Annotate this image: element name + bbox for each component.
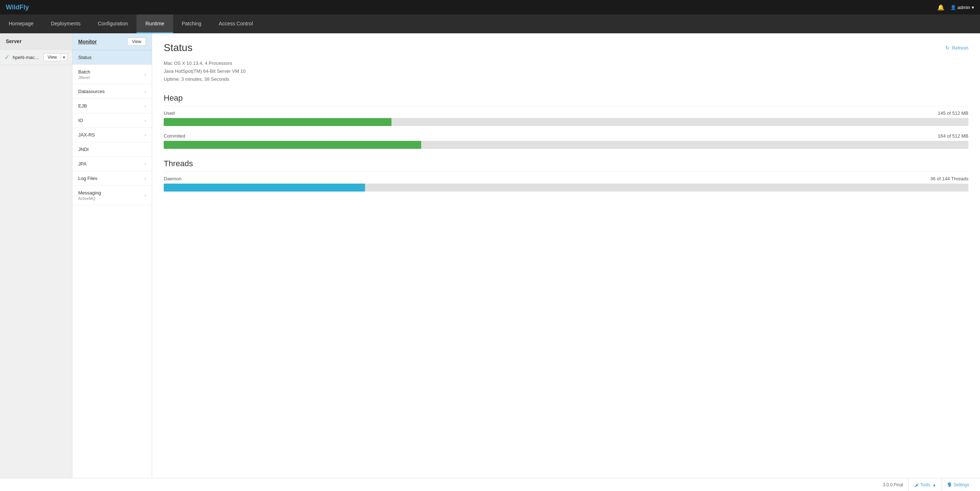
server-status-icon: ✓: [4, 53, 10, 61]
settings-icon: [947, 482, 952, 487]
footer-tools-label: Tools: [920, 482, 931, 487]
middle-item-jndi[interactable]: JNDI: [72, 142, 152, 157]
footer-settings-label: Settings: [954, 482, 969, 487]
heap-title: Heap: [164, 94, 969, 106]
sidebar: Server ✓ hpehl-macb... View ▾: [0, 33, 72, 478]
user-dropdown-arrow: ▾: [972, 5, 974, 10]
logo-wild: Wild: [6, 4, 19, 11]
middle-item-messaging-title: Messaging: [78, 190, 101, 195]
middle-item-messaging[interactable]: Messaging ActiveMQ ›: [72, 186, 152, 205]
middle-item-ejb-content: EJB: [78, 103, 87, 109]
middle-item-datasources-arrow: ›: [145, 89, 146, 94]
nav-deployments[interactable]: Deployments: [42, 14, 89, 33]
heap-committed-value: 164 of 512 MB: [938, 133, 969, 139]
refresh-label: Refresh: [952, 45, 969, 51]
middle-item-messaging-content: Messaging ActiveMQ: [78, 190, 101, 200]
refresh-button[interactable]: ↻ Refresh: [945, 45, 969, 51]
middle-item-datasources-content: Datasources: [78, 89, 105, 94]
middle-item-io-arrow: ›: [145, 118, 146, 123]
monitor-view-button[interactable]: View: [127, 38, 146, 46]
heap-committed-fill: [164, 141, 421, 149]
monitor-title: Monitor: [78, 39, 97, 44]
view-button[interactable]: View: [43, 53, 61, 61]
page-title: Status: [164, 42, 192, 54]
footer-tools[interactable]: Tools ▲: [908, 478, 942, 491]
middle-item-batch-sub: JBeret: [78, 75, 90, 79]
middle-item-ejb-title: EJB: [78, 103, 87, 109]
logo: WildFly: [6, 4, 29, 11]
heap-used-fill: [164, 118, 391, 126]
server-item: ✓ hpehl-macb... View ▾: [0, 49, 72, 65]
middle-item-ejb[interactable]: EJB ›: [72, 99, 152, 113]
middle-item-logfiles-content: Log Files: [78, 176, 97, 181]
middle-item-jaxrs-title: JAX-RS: [78, 132, 95, 138]
threads-daemon-fill: [164, 184, 365, 192]
tools-icon: [914, 482, 918, 487]
middle-item-jpa-title: JPA: [78, 161, 87, 167]
middle-item-batch-arrow: ›: [145, 72, 146, 77]
middle-item-status-title: Status: [78, 55, 92, 60]
top-bar-right: 🔔 👤 admin ▾: [937, 4, 974, 11]
footer-version: 3.0.0.Final: [878, 478, 908, 491]
main-layout: Server ✓ hpehl-macb... View ▾ Monitor Vi…: [0, 33, 980, 478]
middle-item-jpa-arrow: ›: [145, 162, 146, 167]
middle-item-jndi-content: JNDI: [78, 147, 89, 152]
system-info: Mac OS X 10.13.4, 4 Processors Java HotS…: [164, 59, 969, 83]
nav-access-control[interactable]: Access Control: [210, 14, 261, 33]
heap-used-value: 145 of 512 MB: [938, 110, 969, 116]
user-menu[interactable]: 👤 admin ▾: [950, 5, 974, 10]
middle-item-batch-content: Batch JBeret: [78, 69, 90, 79]
middle-item-jpa[interactable]: JPA ›: [72, 157, 152, 171]
middle-item-io[interactable]: IO ›: [72, 113, 152, 128]
top-bar: WildFly 🔔 👤 admin ▾: [0, 0, 980, 14]
threads-daemon-row: Daemon 36 of 144 Threads: [164, 176, 969, 181]
system-info-line2: Java HotSpot(TM) 64-Bit Server VM 10: [164, 67, 969, 75]
heap-section: Heap Used 145 of 512 MB Commited 164 of …: [164, 94, 969, 156]
middle-item-logfiles[interactable]: Log Files ›: [72, 171, 152, 186]
bell-icon[interactable]: 🔔: [937, 4, 945, 11]
nav-configuration[interactable]: Configuration: [89, 14, 137, 33]
threads-daemon-progress: [164, 184, 969, 192]
middle-item-logfiles-arrow: ›: [145, 176, 146, 181]
sidebar-header: Server: [0, 33, 72, 49]
middle-panel: Monitor View Status Batch JBeret › Datas…: [72, 33, 152, 478]
footer-settings[interactable]: Settings: [942, 478, 974, 491]
middle-item-messaging-sub: ActiveMQ: [78, 196, 101, 200]
middle-item-ejb-arrow: ›: [145, 103, 146, 109]
middle-item-logfiles-title: Log Files: [78, 176, 97, 181]
middle-item-io-content: IO: [78, 118, 83, 123]
threads-daemon-value: 36 of 144 Threads: [931, 176, 969, 181]
logo-fly: Fly: [19, 4, 29, 11]
middle-item-io-title: IO: [78, 118, 83, 123]
nav-bar: Homepage Deployments Configuration Runti…: [0, 14, 980, 33]
middle-item-status-content: Status: [78, 55, 92, 60]
middle-item-jndi-title: JNDI: [78, 147, 89, 152]
view-button-group: View ▾: [43, 53, 68, 61]
middle-item-jpa-content: JPA: [78, 161, 87, 167]
middle-item-messaging-arrow: ›: [145, 193, 146, 198]
middle-item-status[interactable]: Status: [72, 50, 152, 65]
middle-item-batch[interactable]: Batch JBeret ›: [72, 65, 152, 84]
nav-runtime[interactable]: Runtime: [137, 14, 173, 33]
heap-committed-label: Commited: [164, 133, 185, 139]
middle-item-datasources[interactable]: Datasources ›: [72, 84, 152, 99]
middle-item-jaxrs[interactable]: JAX-RS ›: [72, 128, 152, 142]
system-info-line1: Mac OS X 10.13.4, 4 Processors: [164, 59, 969, 67]
middle-item-batch-title: Batch: [78, 69, 90, 75]
system-info-line3: Uptime: 3 minutes, 38 Seconds: [164, 75, 969, 83]
content-area: Status ↻ Refresh Mac OS X 10.13.4, 4 Pro…: [152, 33, 980, 478]
middle-item-jaxrs-content: JAX-RS: [78, 132, 95, 138]
view-dropdown-button[interactable]: ▾: [61, 54, 68, 61]
footer-tools-arrow: ▲: [932, 482, 937, 487]
heap-used-row: Used 145 of 512 MB: [164, 110, 969, 116]
user-name: admin: [958, 5, 970, 10]
heap-used-progress: [164, 118, 969, 126]
footer: 3.0.0.Final Tools ▲ Settings: [0, 478, 980, 491]
content-header: Status ↻ Refresh: [164, 42, 969, 54]
threads-daemon-label: Daemon: [164, 176, 181, 181]
nav-patching[interactable]: Patching: [173, 14, 210, 33]
heap-committed-progress: [164, 141, 969, 149]
threads-title: Threads: [164, 159, 969, 172]
middle-panel-header: Monitor View: [72, 33, 152, 50]
nav-homepage[interactable]: Homepage: [0, 14, 42, 33]
